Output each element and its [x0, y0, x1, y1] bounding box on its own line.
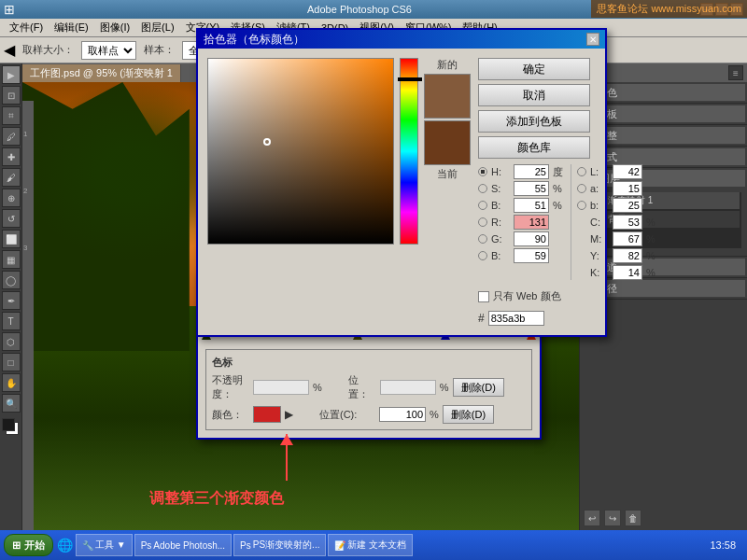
tool-shape[interactable]: □ — [2, 353, 21, 371]
color-swatch-arrow[interactable]: ▶ — [285, 408, 293, 421]
lab-cmyk-values: L: a: b: — [571, 164, 665, 280]
hue-slider[interactable] — [401, 59, 417, 244]
tool-dodge[interactable]: ◯ — [2, 271, 21, 289]
red-input[interactable] — [514, 215, 549, 230]
hue-input[interactable] — [514, 164, 549, 179]
color-picker-body: 新的 当前 确定 取消 添加到色板 颜色库 — [198, 49, 605, 335]
green-input[interactable] — [514, 231, 549, 246]
opacity-delete-button[interactable]: 删除(D) — [453, 378, 504, 397]
panel-icon-1[interactable]: ↩ — [584, 510, 600, 526]
color-lib-button[interactable]: 颜色库 — [478, 136, 590, 159]
tool-gradient[interactable]: ▦ — [2, 250, 21, 269]
blue-input[interactable] — [514, 248, 549, 263]
tool-stamp[interactable]: ⊕ — [2, 189, 21, 207]
taskbar-tools-icon: 🔧 — [82, 540, 93, 551]
b3-radio[interactable] — [577, 201, 586, 210]
add-swatch-button[interactable]: 添加到色板 — [478, 110, 590, 133]
color-delete-button[interactable]: 删除(D) — [443, 405, 494, 424]
color-field-container[interactable] — [207, 58, 394, 245]
new-color-swatch — [424, 74, 471, 119]
menu-layer[interactable]: 图层(L) — [135, 21, 179, 35]
color-picker-close-button[interactable]: ✕ — [586, 33, 599, 46]
tool-crop[interactable]: ⌗ — [2, 106, 21, 125]
taskbar-time: 13:58 — [702, 539, 743, 551]
start-button[interactable]: ⊞ 开始 — [4, 534, 53, 556]
panel-collapse-btn[interactable]: ≡ — [728, 65, 743, 80]
brightness-input[interactable] — [514, 198, 549, 213]
c-unit: % — [646, 217, 665, 228]
k-input[interactable] — [613, 265, 642, 280]
taskbar-item-note[interactable]: 📝 新建 文本文档 — [328, 534, 413, 556]
tool-eyedropper[interactable]: 🖊 — [2, 127, 21, 146]
m-row: M: % — [577, 231, 665, 246]
menu-file[interactable]: 文件(F) — [4, 21, 49, 35]
green-radio[interactable] — [478, 234, 487, 244]
hue-radio[interactable] — [478, 167, 487, 176]
brightness-radio[interactable] — [478, 201, 487, 210]
ruler-vertical: 1 2 3 — [22, 101, 34, 530]
menu-edit[interactable]: 编辑(E) — [49, 21, 94, 35]
taskbar-item-tools[interactable]: 🔧 工具 ▼ — [76, 534, 133, 556]
blue-radio[interactable] — [478, 251, 487, 260]
brightness-label: B: — [491, 200, 510, 211]
m-label: M: — [590, 233, 609, 245]
m-input[interactable] — [613, 231, 642, 246]
saturation-unit: % — [553, 183, 562, 194]
color-picker-right: 确定 取消 添加到色板 颜色库 H: 度 — [478, 58, 590, 326]
y-label: Y: — [590, 250, 609, 261]
l-radio[interactable] — [577, 167, 586, 176]
color-swatch-active-row: 颜色： ▶ 位置(C): % 删除(D) — [212, 405, 526, 424]
taskbar-item-gradient[interactable]: Ps PS渐变映射的... — [233, 534, 326, 556]
a-radio[interactable] — [577, 184, 586, 193]
canvas-tab-active[interactable]: 工作图.psd @ 95% (渐变映射 1 — [22, 64, 181, 82]
tool-lasso[interactable]: ⊡ — [2, 86, 21, 105]
back-arrow-icon[interactable]: ◀ — [4, 41, 15, 59]
tool-hand[interactable]: ✋ — [2, 373, 21, 392]
color-swatch-container — [2, 418, 21, 439]
tool-text[interactable]: T — [2, 312, 21, 330]
tool-size-select[interactable]: 取样点 — [81, 41, 136, 60]
foreground-color-swatch[interactable] — [2, 418, 15, 431]
panel-icon-3[interactable]: 🗑 — [625, 510, 641, 526]
cancel-button[interactable]: 取消 — [478, 84, 590, 106]
ok-button[interactable]: 确定 — [478, 58, 590, 80]
color-field[interactable] — [207, 58, 394, 245]
k-row: K: % — [577, 265, 665, 280]
tool-eraser[interactable]: ⬜ — [2, 230, 21, 248]
hex-input[interactable] — [488, 311, 544, 326]
tool-brush[interactable]: 🖌 — [2, 168, 21, 187]
saturation-label: S: — [491, 183, 510, 194]
saturation-input[interactable] — [514, 181, 549, 196]
menu-image[interactable]: 图像(I) — [94, 21, 135, 35]
taskbar-item-ps[interactable]: Ps Adobe Photosh... — [134, 534, 232, 556]
saturation-radio[interactable] — [478, 184, 487, 193]
c-input[interactable] — [613, 215, 642, 230]
a-input[interactable] — [613, 181, 642, 196]
panel-icon-2[interactable]: ↪ — [604, 510, 621, 526]
red-label: R: — [491, 217, 510, 228]
current-color-label: 当前 — [437, 167, 458, 181]
y-input[interactable] — [613, 248, 642, 263]
color-swatch-picker[interactable] — [253, 406, 281, 423]
taskbar: ⊞ 开始 🌐 🔧 工具 ▼ Ps Adobe Photosh... Ps PS渐… — [0, 530, 747, 560]
b3-label: b: — [590, 200, 609, 211]
tool-pen[interactable]: ✒ — [2, 291, 21, 310]
tool-heal[interactable]: ✚ — [2, 147, 21, 166]
tool-history[interactable]: ↺ — [2, 209, 21, 228]
hue-slider-container[interactable] — [400, 58, 418, 245]
b3-row: b: — [577, 198, 665, 213]
tool-path-select[interactable]: ⬡ — [2, 332, 21, 351]
taskbar-icon-ie[interactable]: 🌐 — [55, 536, 74, 554]
color-pos-input[interactable] — [379, 407, 426, 422]
red-radio[interactable] — [478, 217, 487, 227]
tool-select[interactable]: ▶ — [2, 65, 21, 84]
cp-buttons: 确定 取消 添加到色板 颜色库 — [478, 58, 590, 159]
tool-zoom[interactable]: 🔍 — [2, 394, 21, 413]
c-label: C: — [590, 217, 609, 228]
color-stop-title: 色标 — [212, 356, 526, 370]
b3-input[interactable] — [613, 198, 642, 213]
web-color-checkbox[interactable] — [478, 291, 489, 302]
taskbar-tools-label: 工具 ▼ — [95, 539, 126, 552]
k-label: K: — [590, 267, 609, 278]
l-input[interactable] — [613, 164, 642, 179]
